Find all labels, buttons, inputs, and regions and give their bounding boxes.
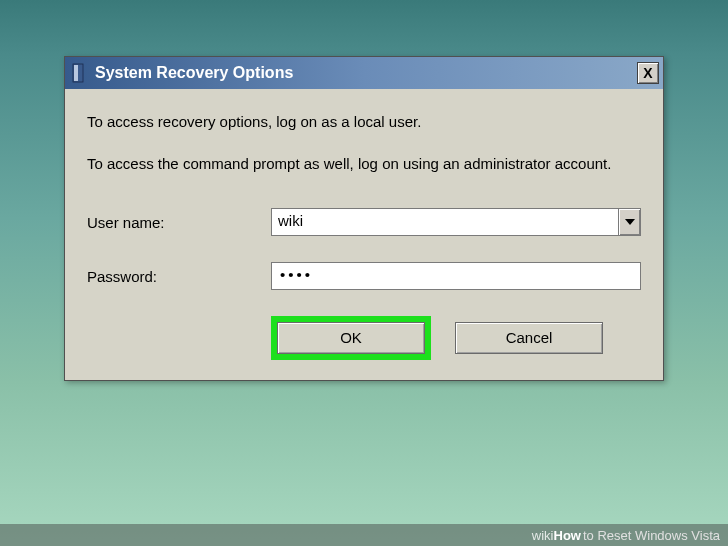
button-row: OK Cancel	[87, 316, 641, 360]
titlebar: System Recovery Options X	[65, 57, 663, 89]
password-input[interactable]: ••••	[271, 262, 641, 290]
dialog-title: System Recovery Options	[95, 64, 637, 82]
instruction-text-1: To access recovery options, log on as a …	[87, 113, 641, 130]
username-row: User name: wiki	[87, 208, 641, 236]
cancel-button[interactable]: Cancel	[455, 322, 603, 354]
close-button[interactable]: X	[637, 62, 659, 84]
watermark: wikiHow to Reset Windows Vista	[0, 524, 728, 546]
dropdown-arrow-icon[interactable]	[618, 209, 640, 235]
ok-highlight: OK	[271, 316, 431, 360]
close-icon: X	[643, 65, 652, 81]
password-label: Password:	[87, 268, 271, 285]
username-combobox[interactable]: wiki	[271, 208, 641, 236]
svg-rect-1	[74, 65, 78, 81]
username-value: wiki	[272, 209, 618, 235]
ok-button[interactable]: OK	[277, 322, 425, 354]
system-recovery-dialog: System Recovery Options X To access reco…	[64, 56, 664, 381]
username-label: User name:	[87, 214, 271, 231]
app-icon	[71, 63, 89, 83]
instruction-text-2: To access the command prompt as well, lo…	[87, 154, 641, 174]
password-row: Password: ••••	[87, 262, 641, 290]
watermark-wiki: wiki	[532, 528, 554, 543]
dialog-content: To access recovery options, log on as a …	[65, 89, 663, 380]
watermark-how: How	[554, 528, 581, 543]
watermark-rest: to Reset Windows Vista	[583, 528, 720, 543]
